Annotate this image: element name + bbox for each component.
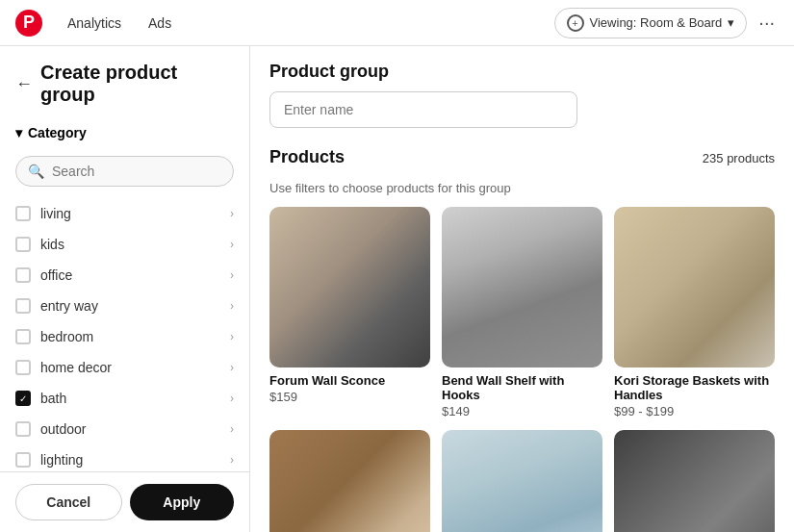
product-image-baskets	[614, 207, 775, 367]
product-card-wall-sconce[interactable]: Forum Wall Sconce $159	[269, 207, 430, 418]
product-image-bath2	[442, 430, 602, 532]
category-list: living › kids › office › entry way › bed	[0, 194, 249, 471]
category-checkbox-office[interactable]	[15, 267, 31, 283]
product-group-title: Product group	[269, 62, 775, 82]
category-item-bath[interactable]: ✓ bath ›	[0, 383, 249, 414]
product-name-wall-sconce: Forum Wall Sconce	[269, 373, 430, 388]
product-group-section: Product group	[269, 62, 775, 128]
nav-ads[interactable]: Ads	[139, 10, 181, 37]
category-item-home-decor[interactable]: home decor ›	[0, 352, 249, 383]
product-image-wall-sconce	[269, 207, 430, 367]
category-checkbox-home-decor[interactable]	[15, 360, 31, 375]
category-checkbox-lighting[interactable]	[15, 452, 31, 468]
page-title: Create product group	[40, 62, 234, 106]
category-item-entryway[interactable]: entry way ›	[0, 291, 249, 321]
chevron-down-icon: ▾	[15, 125, 22, 140]
product-card-bath2[interactable]: Bath Accessories Set $49	[442, 430, 602, 532]
page-title-row: ← Create product group	[15, 62, 234, 106]
products-section: Products 235 products Use filters to cho…	[269, 147, 775, 532]
topnav-right: + Viewing: Room & Board ▾ ···	[554, 8, 779, 38]
products-subtitle: Use filters to choose products for this …	[269, 181, 775, 195]
product-card-shelf-hooks[interactable]: Bend Wall Shelf with Hooks $149	[442, 207, 602, 418]
chevron-down-icon: ▾	[728, 15, 734, 30]
products-header: Products 235 products	[269, 147, 775, 177]
chevron-right-icon: ›	[230, 361, 234, 374]
category-label-living: living	[40, 206, 220, 221]
viewing-icon: +	[567, 14, 584, 32]
search-box: 🔍	[15, 156, 234, 187]
product-price-shelf-hooks: $149	[442, 404, 602, 418]
chevron-right-icon: ›	[230, 392, 234, 405]
category-label-home-decor: home decor	[40, 360, 220, 375]
category-checkbox-outdoor[interactable]	[15, 421, 31, 437]
product-name-shelf-hooks: Bend Wall Shelf with Hooks	[442, 373, 602, 402]
category-item-kids[interactable]: kids ›	[0, 229, 249, 260]
chevron-right-icon: ›	[230, 207, 234, 220]
search-input[interactable]	[52, 164, 221, 179]
category-checkbox-living[interactable]	[15, 206, 31, 221]
more-options-button[interactable]: ···	[755, 8, 779, 38]
chevron-right-icon: ›	[230, 330, 234, 343]
viewing-label: Viewing: Room & Board	[590, 15, 723, 30]
product-price-baskets: $99 - $199	[614, 404, 775, 418]
product-image-shelf-hooks	[442, 207, 602, 367]
category-label-lighting: lighting	[40, 452, 220, 468]
category-label: Category	[28, 125, 87, 140]
chevron-right-icon: ›	[230, 238, 234, 251]
category-checkbox-kids[interactable]	[15, 237, 31, 252]
top-navigation: P Analytics Ads + Viewing: Room & Board …	[0, 0, 794, 46]
left-footer: Cancel Apply	[0, 471, 249, 532]
product-card-towel-bar[interactable]: Towel Bar Set $129	[614, 430, 775, 532]
nav-analytics[interactable]: Analytics	[58, 10, 131, 37]
product-name-baskets: Kori Storage Baskets with Handles	[614, 373, 775, 402]
category-label-bath: bath	[40, 391, 220, 406]
category-toggle[interactable]: ▾ Category	[15, 125, 234, 140]
category-label-kids: kids	[40, 237, 220, 252]
category-section: ▾ Category	[0, 114, 249, 148]
products-title: Products	[269, 147, 345, 167]
main-layout: ← Create product group ▾ Category 🔍 livi…	[0, 46, 794, 532]
nav-links: Analytics Ads	[58, 10, 181, 37]
category-item-office[interactable]: office ›	[0, 260, 249, 291]
category-label-outdoor: outdoor	[40, 421, 220, 437]
product-card-baskets[interactable]: Kori Storage Baskets with Handles $99 - …	[614, 207, 775, 418]
category-item-living[interactable]: living ›	[0, 198, 249, 229]
category-checkbox-bedroom[interactable]	[15, 329, 31, 344]
viewing-button[interactable]: + Viewing: Room & Board ▾	[554, 8, 748, 38]
product-image-towel-bar	[614, 430, 775, 532]
left-header: ← Create product group	[0, 46, 249, 114]
product-price-wall-sconce: $159	[269, 390, 430, 404]
category-label-bedroom: bedroom	[40, 329, 220, 344]
apply-button[interactable]: Apply	[130, 484, 235, 520]
left-panel: ← Create product group ▾ Category 🔍 livi…	[0, 46, 250, 532]
category-label-entryway: entry way	[40, 298, 220, 314]
chevron-right-icon: ›	[230, 268, 234, 282]
category-item-lighting[interactable]: lighting ›	[0, 444, 249, 471]
product-card-drawer[interactable]: Bathroom Drawer Organizer $79	[269, 430, 430, 532]
search-icon: 🔍	[28, 164, 44, 179]
chevron-right-icon: ›	[230, 453, 234, 467]
category-checkbox-entryway[interactable]	[15, 298, 31, 314]
category-item-bedroom[interactable]: bedroom ›	[0, 321, 249, 352]
pinterest-logo: P	[15, 10, 42, 37]
category-label-office: office	[40, 267, 220, 283]
category-checkbox-bath[interactable]: ✓	[15, 391, 31, 406]
right-panel: Product group Products 235 products Use …	[250, 46, 794, 532]
category-item-outdoor[interactable]: outdoor ›	[0, 414, 249, 444]
back-button[interactable]: ←	[15, 74, 33, 94]
chevron-right-icon: ›	[230, 299, 234, 313]
chevron-right-icon: ›	[230, 422, 234, 436]
product-image-drawer	[269, 430, 430, 532]
cancel-button[interactable]: Cancel	[15, 484, 122, 520]
product-group-name-input[interactable]	[269, 91, 577, 128]
products-grid: Forum Wall Sconce $159 Bend Wall Shelf w…	[269, 207, 775, 532]
product-count: 235 products	[703, 151, 775, 165]
